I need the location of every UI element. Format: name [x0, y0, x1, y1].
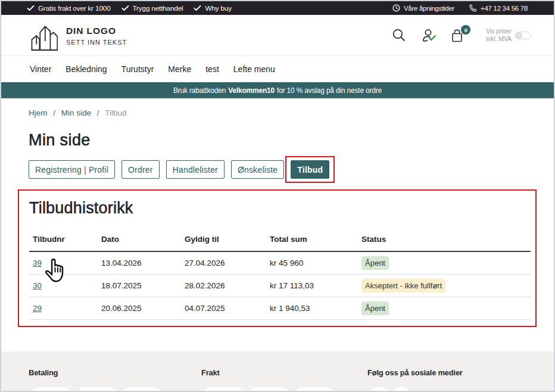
social-media-icons	[369, 387, 414, 392]
user-check-icon	[422, 28, 437, 42]
page-title: Min side	[29, 131, 554, 150]
offer-number-link[interactable]: 39	[33, 259, 42, 267]
topbar-usp-label: Gratis frakt over kr 1000	[38, 4, 111, 13]
account-tabs: Registrering | Profil Ordrer Handleliste…	[29, 160, 554, 179]
col-header-gyldig-til: Gyldig til	[181, 229, 266, 252]
tab-handlelister[interactable]: Handlelister	[166, 160, 225, 179]
check-icon	[27, 5, 35, 11]
offer-status-badge: Akseptert - ikke fullført	[361, 279, 445, 293]
offer-total: kr 45 960	[270, 259, 303, 267]
nav-item-bekledning[interactable]: Bekledning	[66, 64, 107, 74]
offer-row: 3913.04.202627.04.2026kr 45 960Åpent	[29, 251, 531, 275]
main-nav: Vinter Bekledning Turutstyr Merke test L…	[1, 56, 554, 82]
promo-banner: Bruk rabattkoden Velkommen10 for 10 % av…	[1, 82, 554, 98]
clock-icon	[392, 4, 400, 12]
tab-registrering-profil[interactable]: Registrering | Profil	[29, 160, 115, 179]
search-button[interactable]	[392, 28, 406, 42]
col-header-dato: Dato	[98, 229, 181, 252]
opening-hours-label: Våre åpningstider	[404, 5, 454, 12]
annotation-box-history: Tilbudhistorikk Tilbudnr Dato Gyldig til…	[18, 189, 537, 327]
tab-tilbud[interactable]: Tilbud	[291, 160, 329, 179]
topbar-usp-free-shipping: Gratis frakt over kr 1000	[27, 4, 111, 13]
offer-total: kr 1 940,53	[270, 304, 310, 313]
offer-history-title: Tilbudhistorikk	[29, 199, 532, 217]
footer-social-section: Følg oss på sosiale medier	[367, 368, 463, 377]
logo-buildings-icon	[29, 24, 58, 51]
offer-date: 13.04.2026	[101, 259, 142, 267]
promo-text-suffix: for 10 % avslag på din neste ordre	[277, 86, 382, 95]
cart-button[interactable]: 0	[450, 27, 464, 43]
logo-subtitle: SETT INN TEKST	[66, 39, 127, 46]
account-button[interactable]	[422, 28, 437, 42]
offer-row: 2920.06.202504.07.2025kr 1 940,53Åpent	[29, 297, 531, 320]
offer-history-table: Tilbudnr Dato Gyldig til Total sum Statu…	[29, 229, 531, 321]
phone-icon	[469, 4, 477, 12]
annotation-box-tilbud: Tilbud	[285, 156, 335, 183]
tab-ordrer[interactable]: Ordrer	[121, 160, 160, 179]
site-header: DIN LOGO SETT INN TEKST 0 Vis priser ink…	[1, 15, 554, 56]
check-icon	[121, 5, 129, 11]
col-header-total-sum: Total sum	[266, 229, 358, 252]
footer-social-heading: Følg oss på sosiale medier	[367, 368, 463, 377]
price-toggle-label: Vis priser inkl. MVA	[486, 27, 512, 43]
topbar-usp-why-buy: Why buy	[194, 4, 232, 13]
offer-valid-until: 04.07.2025	[185, 304, 225, 313]
breadcrumb-hjem[interactable]: Hjem	[29, 108, 48, 117]
payment-icon	[33, 387, 70, 392]
toggle-knob	[516, 32, 522, 39]
opening-hours-link[interactable]: Våre åpningstider	[392, 4, 454, 12]
offer-row: 3018.07.202528.02.2026kr 17 113,03Aksept…	[29, 275, 531, 297]
topbar-usp-secure: Trygg netthandel	[121, 4, 183, 13]
shipping-method-icons	[205, 387, 341, 392]
offer-valid-until: 28.02.2026	[185, 281, 225, 290]
breadcrumb-current: Tilbud	[105, 108, 126, 117]
promo-text-prefix: Bruk rabattkoden	[173, 86, 226, 95]
promo-code: Velkommen10	[228, 86, 275, 95]
price-incl-vat-toggle[interactable]	[515, 32, 531, 39]
footer-shipping-section: Frakt	[201, 368, 220, 377]
offer-date: 18.07.2025	[101, 281, 142, 290]
logo-title: DIN LOGO	[66, 26, 127, 36]
nav-item-turutstyr[interactable]: Turutstyr	[121, 64, 154, 74]
nav-item-lefte-menu[interactable]: Lefte menu	[233, 64, 275, 74]
col-header-tilbudnr: Tilbudnr	[29, 229, 98, 252]
cart-count-badge: 0	[461, 25, 470, 35]
check-icon	[194, 5, 201, 11]
phone-link[interactable]: +47 12 34 56 78	[469, 4, 528, 12]
phone-number: +47 12 34 56 78	[481, 5, 528, 12]
topbar-usp-label: Trygg netthandel	[133, 4, 183, 13]
tab-onskeliste[interactable]: Ønskeliste	[231, 160, 284, 179]
payment-icon	[123, 387, 161, 392]
offer-valid-until: 27.04.2026	[185, 259, 225, 267]
shipping-icon	[205, 387, 242, 392]
social-icon[interactable]	[369, 387, 388, 392]
nav-item-merke[interactable]: Merke	[168, 64, 191, 74]
offer-number-link[interactable]: 29	[33, 304, 42, 313]
offer-total: kr 17 113,03	[270, 281, 314, 290]
payment-icon	[78, 387, 116, 392]
site-logo[interactable]: DIN LOGO SETT INN TEKST	[29, 20, 127, 51]
footer-payment-section: Betaling	[29, 368, 58, 377]
offer-number-link[interactable]: 30	[33, 281, 42, 290]
social-icon[interactable]	[392, 387, 411, 392]
offer-date: 20.06.2025	[101, 304, 142, 313]
offer-status-badge: Åpent	[361, 301, 389, 315]
footer-shipping-heading: Frakt	[201, 368, 220, 377]
col-header-status: Status	[358, 229, 531, 252]
breadcrumb-min-side[interactable]: Min side	[61, 108, 91, 117]
offer-status-badge: Åpent	[361, 256, 389, 270]
site-footer: Betaling Frakt Følg oss på sosiale medie…	[1, 351, 554, 391]
topbar-usp-label: Why buy	[205, 4, 232, 13]
search-icon	[392, 28, 406, 42]
footer-payment-heading: Betaling	[29, 368, 58, 377]
top-bar: Gratis frakt over kr 1000 Trygg netthand…	[1, 1, 554, 15]
payment-method-icons	[33, 387, 169, 392]
shipping-icon	[250, 387, 288, 392]
nav-item-test[interactable]: test	[205, 64, 219, 74]
breadcrumb: Hjem / Min side / Tilbud	[29, 108, 554, 117]
shipping-icon	[295, 387, 333, 392]
nav-item-vinter[interactable]: Vinter	[30, 64, 51, 74]
